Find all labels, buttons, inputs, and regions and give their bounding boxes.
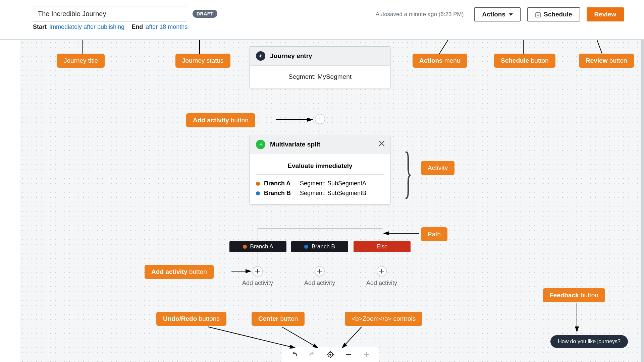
page-header: DRAFT Start Immediately after publishing… <box>0 0 644 40</box>
journey-title-input[interactable] <box>33 6 187 21</box>
review-button[interactable]: Review <box>587 7 624 21</box>
journey-canvas[interactable]: Journey entry Segment: MySegment Multiva… <box>20 40 644 362</box>
callout-activity: Activity <box>421 161 454 175</box>
center-button[interactable] <box>326 351 334 359</box>
svg-point-3 <box>538 15 539 15</box>
schedule-label: Schedule <box>544 11 572 18</box>
branch-name: Branch B <box>264 190 296 197</box>
branch-desc: Segment: SubSegmentA <box>300 180 366 187</box>
multivariate-split-node[interactable]: Multivariate split Evaluate immediately … <box>250 135 390 204</box>
feedback-button[interactable]: How do you like journeys? <box>550 335 628 348</box>
branch-name: Branch A <box>264 180 296 187</box>
zoom-in-button[interactable] <box>363 351 371 359</box>
branch-chip-b[interactable]: Branch B <box>291 241 348 252</box>
callout-add-activity-2: Add activity button <box>145 265 214 279</box>
branch-row: Branch A Segment: SubSegmentA <box>256 179 384 188</box>
actions-menu-button[interactable]: Actions <box>474 7 521 21</box>
add-activity-button[interactable] <box>253 266 263 276</box>
callout-journey-status: Journey status <box>175 54 230 68</box>
branch-desc: Segment: SubSegmentB <box>300 190 366 197</box>
end-label: End <box>131 23 143 31</box>
calendar-icon <box>535 12 540 17</box>
callout-feedback: Feedback button <box>543 288 605 302</box>
connector-line <box>382 252 382 265</box>
dot-icon <box>256 191 260 195</box>
add-activity-label: Add activity <box>289 280 350 287</box>
add-activity-button[interactable] <box>315 266 325 276</box>
bolt-icon <box>256 51 265 61</box>
workspace-toolbar <box>282 347 379 362</box>
header-right: Autosaved a minute ago (6:23 PM) Actions… <box>376 6 624 21</box>
add-activity-slot: Add activity <box>227 266 288 287</box>
svg-line-16 <box>590 40 602 54</box>
branch-chip-a[interactable]: Branch A <box>229 241 286 252</box>
branch-chip-else[interactable]: Else <box>354 241 411 252</box>
journey-entry-node[interactable]: Journey entry Segment: MySegment <box>250 46 390 88</box>
callout-path: Path <box>421 227 447 241</box>
dot-icon <box>256 182 260 186</box>
callout-center: Center button <box>252 312 305 326</box>
callout-undo-redo: Undo/Redo buttons <box>156 312 226 326</box>
svg-rect-12 <box>366 352 367 357</box>
header-left: DRAFT Start Immediately after publishing… <box>33 6 217 31</box>
journey-status-badge: DRAFT <box>193 10 217 18</box>
connector-line <box>320 228 320 241</box>
callout-schedule-button: Schedule button <box>494 54 555 68</box>
connector-line <box>320 252 320 265</box>
connector-line <box>382 228 382 241</box>
svg-rect-10 <box>346 354 351 355</box>
end-value-link[interactable]: after 18 months <box>146 23 187 31</box>
split-body: Evaluate immediately Branch A Segment: S… <box>250 154 390 204</box>
connector-line <box>258 252 258 265</box>
connector-line <box>258 228 258 241</box>
zoom-out-button[interactable] <box>344 351 353 359</box>
add-activity-label: Add activity <box>352 280 412 287</box>
callout-actions-menu: Actions menu <box>413 54 467 68</box>
split-icon <box>256 140 265 149</box>
close-icon[interactable] <box>378 140 385 147</box>
schedule-button[interactable]: Schedule <box>527 7 580 21</box>
branch-row: Branch B Segment: SubSegmentB <box>256 188 384 198</box>
journey-entry-header: Journey entry <box>250 47 390 66</box>
split-title: Multivariate split <box>270 141 320 148</box>
journey-entry-body: Segment: MySegment <box>250 66 390 88</box>
start-value-link[interactable]: Immediately after publishing <box>49 23 124 31</box>
add-activity-button[interactable] <box>377 266 387 276</box>
connector-line <box>320 107 320 114</box>
redo-button[interactable] <box>308 351 316 359</box>
chip-label: Branch B <box>312 243 335 250</box>
journey-schedule-summary: Start Immediately after publishing End a… <box>33 23 217 31</box>
curly-brace-icon: } <box>404 143 412 200</box>
chip-label: Branch A <box>250 243 273 250</box>
split-header: Multivariate split <box>250 135 390 154</box>
dot-icon <box>304 245 308 249</box>
svg-point-2 <box>537 15 538 15</box>
callout-review-button: Review button <box>579 54 634 68</box>
add-activity-slot: Add activity <box>352 266 412 287</box>
connector-line <box>320 218 320 228</box>
caret-down-icon <box>509 13 513 16</box>
add-activity-button[interactable] <box>315 114 325 124</box>
actions-label: Actions <box>482 11 505 18</box>
callout-journey-title: Journey title <box>57 54 105 68</box>
split-eval-text: Evaluate immediately <box>250 160 390 174</box>
dot-icon <box>243 245 247 249</box>
add-activity-label: Add activity <box>227 280 288 287</box>
autosave-text: Autosaved a minute ago (6:23 PM) <box>376 11 464 18</box>
svg-rect-0 <box>536 13 540 17</box>
svg-point-4 <box>329 354 331 356</box>
svg-rect-11 <box>364 354 369 355</box>
start-label: Start <box>33 23 47 31</box>
undo-button[interactable] <box>290 351 298 359</box>
journey-entry-title: Journey entry <box>270 52 312 60</box>
callout-add-activity-1: Add activity button <box>186 113 255 127</box>
add-activity-slot: Add activity <box>289 266 350 287</box>
callout-zoom: <b>Zoom</b> controls <box>345 312 422 326</box>
chip-label: Else <box>376 243 387 250</box>
canvas-outer: Journey entry Segment: MySegment Multiva… <box>0 40 644 362</box>
review-label: Review <box>594 11 616 18</box>
connector-line <box>320 125 320 135</box>
